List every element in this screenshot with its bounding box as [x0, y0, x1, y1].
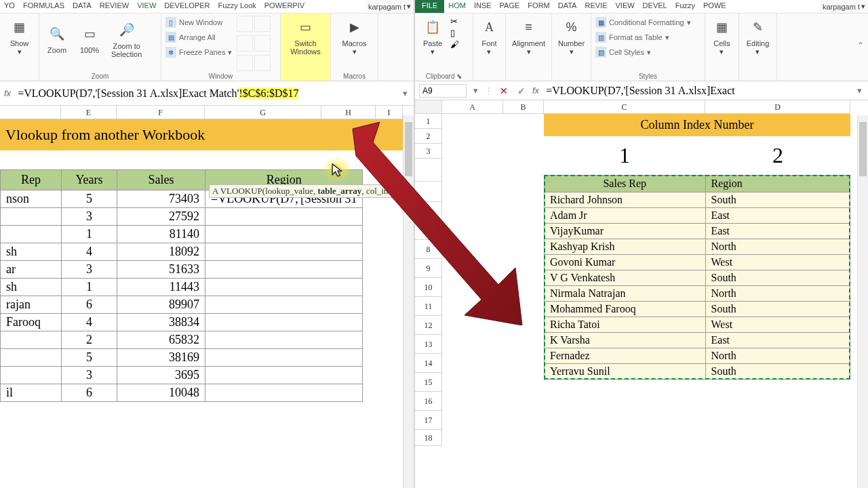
cell[interactable]: South: [705, 364, 850, 380]
col-header-f[interactable]: F: [117, 106, 205, 119]
row-header[interactable]: 15: [415, 373, 442, 392]
formula-input[interactable]: =VLOOKUP(D7,'[Session 31 A.xlsx]Exact Ma…: [15, 86, 396, 101]
tab[interactable]: PAGE: [496, 0, 524, 13]
cell[interactable]: [205, 331, 363, 349]
table-row[interactable]: Fernadez North: [545, 348, 850, 364]
cell-styles-button[interactable]: ▧Cell Styles ▾: [594, 45, 702, 60]
cell[interactable]: [1, 331, 62, 349]
cell[interactable]: 51633: [117, 261, 205, 279]
collapse-ribbon-icon[interactable]: ⌃: [857, 41, 864, 50]
row-header[interactable]: 6: [415, 202, 442, 221]
formula-expand[interactable]: ▾: [400, 88, 410, 98]
cell[interactable]: [1, 226, 62, 243]
cell[interactable]: [205, 384, 363, 402]
paste-button[interactable]: 📋 Paste▾: [418, 15, 448, 57]
col-header-c[interactable]: C: [544, 100, 705, 114]
cell[interactable]: 18092: [117, 243, 205, 261]
table-row[interactable]: Farooq 4 38834: [1, 314, 363, 331]
tab[interactable]: POWE: [699, 0, 730, 13]
cell[interactable]: 27592: [117, 208, 205, 226]
row-header[interactable]: 1: [415, 114, 442, 129]
namebox-drop[interactable]: ▾: [471, 85, 480, 96]
cell[interactable]: Richard Johnson: [545, 192, 706, 208]
col-header-a[interactable]: A: [442, 100, 503, 114]
cancel-icon[interactable]: ✕: [497, 85, 511, 96]
name-box[interactable]: [419, 84, 467, 98]
cell[interactable]: Nirmala Natrajan: [545, 286, 706, 302]
cell[interactable]: Richa Tatoi: [545, 317, 706, 333]
cell[interactable]: 38169: [117, 349, 205, 367]
zoom-button[interactable]: 🔍Zoom: [42, 18, 72, 60]
table-row[interactable]: Adam Jr East: [545, 208, 850, 224]
tab[interactable]: VIEW: [611, 0, 638, 13]
conditional-formatting-button[interactable]: ▦Conditional Formatting ▾: [594, 15, 702, 30]
table-row[interactable]: rajan 6 89907: [1, 296, 363, 314]
cell[interactable]: [205, 314, 363, 331]
row-header[interactable]: [415, 221, 442, 240]
cell[interactable]: [1, 367, 62, 384]
cell[interactable]: 6: [62, 384, 117, 402]
cell[interactable]: [205, 243, 363, 261]
formula-expand[interactable]: ▾: [854, 85, 864, 96]
table-row[interactable]: K Varsha East: [545, 333, 850, 348]
macros-button[interactable]: ▶ Macros▾: [334, 15, 375, 57]
row-header[interactable]: 2: [415, 129, 442, 144]
vertical-scrollbar[interactable]: [857, 115, 868, 488]
cell[interactable]: ar: [1, 261, 62, 279]
cell[interactable]: Mohammed Farooq: [545, 302, 706, 317]
table-row[interactable]: VijayKumar East: [545, 224, 850, 239]
table-row[interactable]: V G Venkatesh South: [545, 270, 850, 286]
table-row[interactable]: sh 1 11443: [1, 279, 363, 296]
cell[interactable]: North: [705, 239, 850, 255]
cell[interactable]: 81140: [117, 226, 205, 243]
cell[interactable]: 3695: [117, 367, 205, 384]
format-painter-icon[interactable]: 🖌: [450, 39, 459, 49]
cell[interactable]: rajan: [1, 296, 62, 314]
table-row[interactable]: Nirmala Natrajan North: [545, 286, 850, 302]
cell[interactable]: West: [705, 317, 850, 333]
col-header-b[interactable]: B: [503, 100, 544, 114]
switch-windows-button[interactable]: ▭ Switch Windows: [283, 15, 328, 57]
col-header-h[interactable]: H: [321, 106, 376, 119]
cell[interactable]: East: [705, 224, 850, 239]
cell[interactable]: K Varsha: [545, 333, 706, 348]
cell[interactable]: South: [705, 270, 850, 286]
tab[interactable]: FORM: [524, 0, 553, 13]
tab[interactable]: REVIE: [580, 0, 611, 13]
cell[interactable]: East: [705, 208, 850, 224]
function-tooltip[interactable]: A VLOOKUP(lookup_value, table_array, col…: [209, 184, 415, 198]
cell[interactable]: 4: [62, 243, 117, 261]
cell[interactable]: [205, 208, 363, 226]
cell[interactable]: 89907: [117, 296, 205, 314]
user-menu[interactable]: karpagam t ▾: [820, 0, 868, 13]
font-button[interactable]: AFont▾: [476, 15, 502, 57]
row-header[interactable]: 14: [415, 354, 442, 373]
cell[interactable]: [1, 208, 62, 226]
table-row[interactable]: sh 4 18092: [1, 243, 363, 261]
cell[interactable]: 3: [62, 208, 117, 226]
vertical-scrollbar[interactable]: [403, 115, 414, 488]
row-header[interactable]: 17: [415, 411, 442, 430]
row-header[interactable]: 16: [415, 392, 442, 411]
col-header-e[interactable]: E: [61, 106, 117, 119]
zoom-100-button[interactable]: ▭100%: [75, 18, 104, 60]
cell[interactable]: 3: [62, 367, 117, 384]
cell[interactable]: Kashyap Krish: [545, 239, 706, 255]
cell[interactable]: sh: [1, 279, 62, 296]
freeze-panes-button[interactable]: ❄Freeze Panes ▾: [164, 45, 233, 60]
tab[interactable]: YO: [0, 0, 19, 13]
cell[interactable]: 5: [62, 349, 117, 367]
tab[interactable]: REVIEW: [96, 0, 133, 13]
user-menu[interactable]: karpagam t ▾: [366, 0, 414, 13]
table-row[interactable]: 5 38169: [1, 349, 363, 367]
zoom-selection-button[interactable]: 🔎Zoom to Selection: [107, 18, 146, 60]
table-row[interactable]: ar 3 51633: [1, 261, 363, 279]
cells-button[interactable]: ▦Cells▾: [708, 15, 736, 57]
cell[interactable]: 1: [62, 279, 117, 296]
row-header[interactable]: 11: [415, 297, 442, 316]
table-row[interactable]: Govoni Kumar West: [545, 255, 850, 270]
cell[interactable]: VijayKumar: [545, 224, 706, 239]
new-window-button[interactable]: ▯New Window: [164, 15, 233, 30]
cell[interactable]: Govoni Kumar: [545, 255, 706, 270]
cell[interactable]: Adam Jr: [545, 208, 706, 224]
